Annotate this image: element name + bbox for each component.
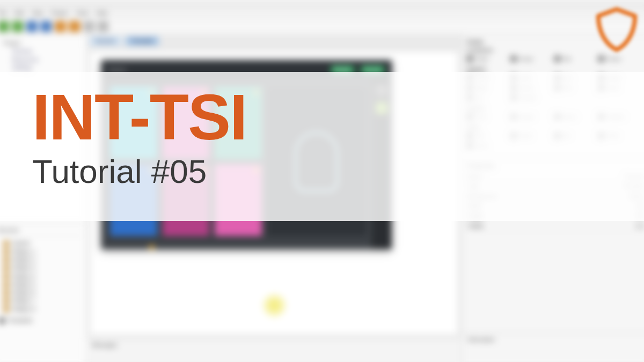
structure-root[interactable]: System [0, 239, 83, 247]
property-key: Visible [467, 223, 635, 229]
toolbar-upload-icon[interactable] [69, 21, 80, 32]
palette-item-label: Frame [606, 56, 621, 61]
menu-item[interactable]: File [0, 10, 7, 16]
tree-child[interactable]: Settings [0, 64, 82, 72]
info-panel: Information [462, 333, 644, 362]
overlay-subtitle: Tutorial #05 [32, 152, 612, 190]
structure-item[interactable]: Widget_3 [0, 264, 83, 272]
structure-item[interactable]: Widget_8 [0, 305, 83, 313]
toolbar-open-icon[interactable] [12, 21, 23, 32]
toolbar [0, 18, 644, 35]
editor-tab[interactable]: Template [126, 36, 159, 46]
tree-child[interactable]: Resources [0, 55, 82, 63]
toolbar-help-icon[interactable] [98, 21, 108, 32]
toolbar-undo-icon[interactable] [41, 21, 52, 32]
window-titlebar [0, 0, 644, 9]
palette-item-label: Panel [475, 56, 488, 61]
widget-icon [510, 55, 517, 62]
palette-item[interactable]: Group [510, 55, 548, 62]
item-icon [3, 257, 9, 262]
widget-icon [466, 55, 473, 62]
menu-item[interactable]: Edit [14, 10, 24, 16]
structure-item[interactable]: Widget_7 [0, 297, 83, 305]
toolbar-new-icon[interactable] [0, 21, 9, 32]
palette-item[interactable]: Panel [466, 55, 504, 62]
menu-item[interactable]: Project [51, 10, 68, 16]
item-icon [3, 298, 9, 304]
editor-tab[interactable]: Screen1 [90, 36, 121, 46]
folder-icon [0, 318, 4, 323]
menu-item[interactable]: Help [96, 10, 107, 16]
messages-label: Messages [92, 342, 117, 348]
palette-row: PanelGroupTabFrame [466, 55, 644, 62]
editor-tabs: Screen1 Template [86, 35, 462, 48]
tree-child[interactable]: Screens [0, 47, 82, 55]
item-icon [3, 265, 9, 271]
menu-item[interactable]: Tools [76, 10, 89, 16]
item-icon [3, 290, 9, 295]
folder-icon [3, 241, 9, 246]
property-value: true [635, 223, 644, 229]
item-icon [3, 282, 9, 287]
palette-item[interactable]: Tab [554, 55, 592, 62]
menu-bar: File Edit View Project Tools Help [0, 9, 644, 18]
palette-item[interactable]: Frame [598, 55, 636, 62]
title-overlay: INT-TSI Tutorial #05 [0, 72, 644, 221]
structure-root-label: System [12, 240, 31, 246]
structure-other[interactable]: Templates [0, 316, 83, 324]
widget-icon [598, 55, 604, 62]
widget-icon [554, 55, 560, 62]
tree-root[interactable]: Project [0, 39, 82, 47]
toolbar-settings-icon[interactable] [83, 21, 94, 32]
structure-item[interactable]: Widget_2 [0, 256, 83, 264]
structure-item[interactable]: Widget_1 [0, 247, 83, 255]
info-label: Information [467, 337, 495, 343]
structure-panel: Structure System Widget_1 Widget_2 Widge… [0, 224, 86, 362]
brand-logo-icon [592, 5, 641, 54]
structure-header: Structure [0, 227, 83, 236]
property-row[interactable]: Visibletrue [467, 221, 644, 231]
palette-item-label: Group [519, 56, 533, 61]
toolbar-build-icon[interactable] [55, 21, 65, 32]
messages-panel: Messages [86, 338, 462, 362]
item-icon [3, 274, 9, 279]
structure-item[interactable]: Widget_5 [0, 280, 83, 289]
toolbar-save-icon[interactable] [26, 21, 37, 32]
menu-item[interactable]: View [32, 10, 43, 16]
structure-item[interactable]: Widget_6 [0, 289, 83, 297]
structure-item[interactable]: Widget_4 [0, 272, 83, 280]
item-icon [3, 306, 9, 312]
item-icon [3, 249, 9, 254]
overlay-title: INT-TSI [32, 85, 612, 149]
cursor-highlight-icon [262, 294, 286, 317]
palette-item-label: Tab [563, 56, 571, 61]
